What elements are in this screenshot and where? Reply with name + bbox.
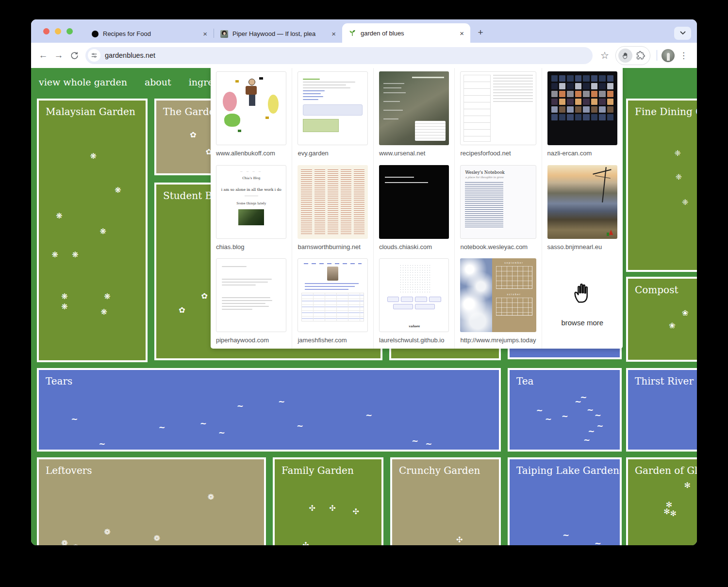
flower-glyph: ❋	[104, 293, 110, 301]
hand-extension-icon[interactable]	[618, 49, 632, 63]
flower-glyph: ✻	[670, 510, 677, 518]
close-tab-icon[interactable]: ×	[458, 29, 465, 37]
profile-avatar[interactable]	[662, 49, 675, 62]
flower-glyph: ❋	[56, 212, 62, 220]
site-card-recipesforfood[interactable]: recipesforfood.net	[454, 68, 541, 162]
evy-thumbnail	[298, 71, 367, 145]
garden-tile-compost[interactable]: Compost❀❀	[626, 277, 697, 362]
flower-glyph: ❁	[208, 493, 214, 501]
search-tabs-button[interactable]	[674, 27, 691, 40]
address-bar[interactable]: gardenblues.net	[85, 47, 593, 64]
garden-tile-tears[interactable]: Tears~~~~~~~~~~~	[37, 368, 501, 452]
site-url-label: evy.garden	[298, 150, 367, 157]
garden-tile-fine-dining[interactable]: Fine Dining Garden❈❈❈	[626, 99, 697, 272]
tile-title: Garden of Glues	[628, 459, 697, 482]
tab-piper-haywood[interactable]: Piper Haywood — If lost, plea ×	[214, 25, 342, 43]
seedling-icon	[348, 29, 356, 37]
tile-title: Crunchy Garden	[392, 459, 499, 482]
tile-title: Taiping Lake Gardens	[510, 459, 620, 482]
garden-tile-family-garden[interactable]: Family Garden✣✣✣✣	[273, 457, 383, 545]
forward-button[interactable]: →	[51, 48, 66, 63]
site-card-clouds[interactable]: clouds.chiaski.com	[373, 162, 454, 255]
tilde-glyph: ~	[278, 398, 285, 406]
site-url-label: jameshfisher.com	[298, 336, 367, 344]
reload-button[interactable]	[66, 48, 82, 63]
site-settings-icon[interactable]	[88, 49, 100, 62]
site-card-evy[interactable]: evy.garden	[292, 68, 373, 162]
flower-glyph: ❈	[674, 150, 680, 157]
site-card-ursenal[interactable]: www.ursenal.net	[373, 68, 454, 162]
tilde-glyph: ~	[575, 398, 581, 406]
tilde-glyph: ~	[297, 422, 303, 430]
bookmark-star-icon[interactable]: ☆	[596, 50, 613, 61]
nav-view-whole-garden[interactable]: view whole garden	[39, 77, 127, 87]
flower-glyph: ❁	[104, 528, 111, 536]
site-url-label: barnsworthburning.net	[298, 243, 367, 251]
tile-title: Fine Dining Garden	[628, 101, 697, 123]
site-card-nazli[interactable]: nazli-ercan.com	[542, 68, 623, 162]
tilde-glyph: ~	[595, 539, 601, 545]
site-card-jameshfisher[interactable]: jameshfisher.com	[292, 255, 373, 349]
site-url-label: notebook.wesleyac.com	[460, 243, 536, 251]
flower-glyph: ❁	[73, 544, 79, 545]
browser-menu-icon[interactable]: ⋮	[675, 50, 693, 61]
minimize-window-button[interactable]	[55, 28, 61, 34]
garden-tile-taiping[interactable]: Taiping Lake Gardens~~	[508, 457, 622, 545]
flower-glyph: ✣	[329, 504, 335, 512]
flower-glyph: ✿	[201, 292, 207, 300]
flower-glyph: ❋	[99, 228, 106, 235]
site-card-piperhaywood[interactable]: piperhaywood.com	[211, 255, 292, 349]
flower-glyph: ❀	[669, 322, 675, 330]
garden-tile-leftovers[interactable]: Leftovers❁❁❁❁❁	[37, 457, 266, 545]
new-tab-button[interactable]: +	[473, 25, 488, 40]
wesleyac-thumbnail: Wesley's Notebooka place for thoughts to…	[460, 165, 536, 239]
site-card-sasso[interactable]: sasso.bnjmnearl.eu	[542, 162, 623, 255]
site-card-chias[interactable]: — — — —Chia's Blogi am so alone in all t…	[211, 162, 292, 255]
close-window-button[interactable]	[43, 28, 50, 34]
tab-recipes-for-food[interactable]: Recipes for Food ×	[85, 25, 214, 43]
garden-tile-crunchy-garden[interactable]: Crunchy Garden✣	[390, 457, 501, 545]
tab-title: Piper Haywood — If lost, plea	[232, 30, 326, 37]
flower-glyph: ✻	[684, 482, 690, 489]
garden-sites-overlay: www.allenbukoff.comevy.gardenwww.ursenal…	[211, 68, 623, 349]
close-tab-icon[interactable]: ×	[330, 30, 337, 38]
flower-glyph: ❈	[676, 173, 682, 181]
tile-title: Thirst River	[628, 370, 697, 392]
tilde-glyph: ~	[200, 419, 207, 428]
browser-toolbar: ← → gardenblues.net ☆ ⋮	[31, 43, 697, 68]
nav-about[interactable]: about	[145, 77, 171, 87]
browse-more-button[interactable]: browse more	[542, 255, 623, 349]
site-url-label: chias.blog	[216, 243, 286, 251]
site-card-laurel[interactable]: valueslaurelschwulst.github.io	[373, 255, 454, 349]
url-text[interactable]: gardenblues.net	[105, 51, 155, 59]
back-button[interactable]: ←	[35, 48, 51, 63]
site-card-barnsworth[interactable]: barnsworthburning.net	[292, 162, 373, 255]
site-card-wesleyac[interactable]: Wesley's Notebooka place for thoughts to…	[454, 162, 541, 255]
flower-glyph: ❋	[90, 152, 97, 160]
browse-more-label: browse more	[561, 319, 603, 327]
site-url-label: www.ursenal.net	[379, 150, 449, 157]
tilde-glyph: ~	[588, 427, 595, 436]
extensions-puzzle-icon[interactable]	[634, 49, 647, 62]
garden-tile-thirst-river[interactable]: Thirst River	[626, 368, 697, 452]
extensions-pill	[615, 46, 650, 65]
site-card-mrejumps[interactable]: septemberoctoberhttp://www.mrejumps.toda…	[454, 255, 541, 349]
browser-window: Recipes for Food × Piper Haywood — If lo…	[31, 19, 697, 545]
tilde-glyph: ~	[536, 406, 543, 415]
flower-glyph: ✣	[309, 504, 315, 512]
flower-glyph: ❈	[682, 199, 688, 206]
tilde-glyph: ~	[595, 411, 601, 419]
tile-title: Compost	[628, 279, 697, 301]
flower-glyph: ❋	[61, 293, 67, 301]
flower-glyph: ❋	[101, 308, 107, 316]
garden-tile-malaysian[interactable]: Malaysian Garden❋❋❋❋❋❋❋❋❋❋	[37, 99, 148, 362]
close-tab-icon[interactable]: ×	[201, 30, 209, 38]
garden-tile-garden-of-glues[interactable]: Garden of Glues✻✻✻✻	[626, 457, 697, 545]
zoom-window-button[interactable]	[66, 28, 73, 34]
garden-tile-tea[interactable]: Tea~~~~~~~~~~	[508, 368, 622, 452]
site-card-allenbukoff[interactable]: www.allenbukoff.com	[211, 68, 292, 162]
tab-garden-of-blues[interactable]: garden of blues ×	[342, 23, 470, 43]
tile-title: Malaysian Garden	[39, 101, 146, 123]
jameshfisher-thumbnail	[298, 258, 367, 332]
flower-glyph: ❁	[154, 535, 160, 542]
